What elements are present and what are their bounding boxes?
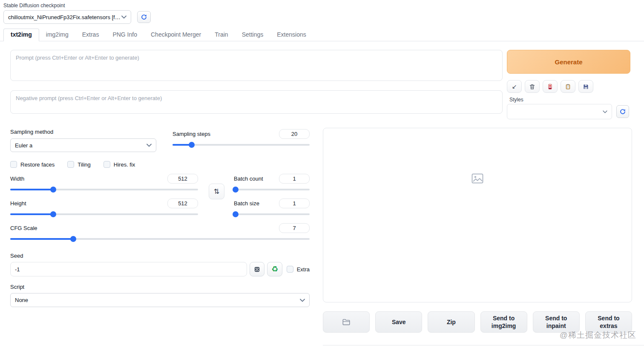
tab-extensions[interactable]: Extensions (270, 29, 313, 41)
apply-styles-button[interactable] (561, 80, 575, 93)
zip-button[interactable]: Zip (428, 311, 474, 333)
styles-dropdown[interactable] (507, 104, 612, 119)
checkpoint-label: Stable Diffusion checkpoint (3, 3, 151, 9)
save-style-button[interactable] (578, 80, 593, 93)
slider-thumb[interactable] (189, 142, 195, 148)
checkbox-box[interactable] (10, 161, 17, 168)
refresh-styles-button[interactable] (616, 105, 629, 118)
restore-faces-checkbox[interactable]: Restore faces (10, 161, 55, 168)
refresh-checkpoints-button[interactable] (137, 11, 151, 23)
arrow-down-left-icon: ↙ (512, 83, 517, 90)
height-input[interactable] (167, 198, 198, 208)
tab-png-info[interactable]: PNG Info (106, 29, 144, 41)
tab-checkpoint-merger[interactable]: Checkpoint Merger (144, 29, 208, 41)
chevron-down-icon (603, 110, 607, 113)
batch-size-input[interactable] (279, 198, 310, 208)
refresh-icon (619, 108, 626, 115)
height-slider[interactable] (10, 211, 198, 217)
sampling-steps-slider[interactable] (172, 142, 310, 148)
up-down-arrows-icon: ⇅ (214, 187, 219, 196)
batch-count-slider[interactable] (234, 187, 310, 193)
checkpoint-dropdown[interactable]: chilloutmix_NiPrunedFp32Fix.safetensors … (3, 10, 131, 24)
seed-label: Seed (10, 253, 23, 259)
restore-faces-label: Restore faces (20, 161, 55, 168)
clear-prompt-button[interactable] (525, 80, 540, 93)
width-input[interactable] (167, 174, 198, 184)
slider-track (234, 213, 310, 215)
checkbox-box[interactable] (104, 161, 110, 168)
sampling-steps-label: Sampling steps (172, 131, 210, 137)
prompt-input[interactable] (10, 50, 503, 81)
slider-thumb[interactable] (70, 236, 76, 242)
tab-img2img[interactable]: img2img (39, 29, 75, 41)
batch-count-label: Batch count (234, 175, 263, 182)
random-seed-button[interactable] (250, 262, 264, 276)
cfg-scale-slider[interactable] (10, 236, 310, 242)
sampling-method-label: Sampling method (10, 129, 156, 135)
prompt-tools-row: ↙ (507, 80, 630, 93)
recycle-icon: ♻ (271, 265, 278, 273)
checkbox-box[interactable] (287, 266, 293, 273)
tab-txt2img[interactable]: txt2img (3, 29, 39, 41)
checkpoint-area: Stable Diffusion checkpoint chilloutmix_… (3, 3, 151, 24)
dice-icon (253, 266, 261, 273)
hires-fix-label: Hires. fix (114, 161, 135, 168)
negative-prompt-input[interactable] (10, 90, 503, 114)
watermark: @稀土掘金技术社区 (560, 330, 636, 341)
slider-fill (10, 213, 53, 215)
chevron-down-icon (300, 299, 305, 302)
send-to-img2img-button[interactable]: Send to img2img (480, 311, 527, 333)
batch-size-label: Batch size (234, 200, 259, 207)
tab-settings[interactable]: Settings (235, 29, 270, 41)
extra-seed-checkbox[interactable]: Extra (287, 266, 310, 273)
output-panel: Save Zip Send to img2img Send to inpaint… (323, 128, 632, 333)
flower-card-icon (547, 83, 553, 90)
save-button[interactable]: Save (375, 311, 422, 333)
trash-icon (529, 83, 535, 90)
checkpoint-value: chilloutmix_NiPrunedFp32Fix.safetensors … (8, 14, 121, 20)
hires-fix-checkbox[interactable]: Hires. fix (104, 161, 135, 168)
checkbox-box[interactable] (67, 161, 74, 168)
extra-seed-label: Extra (297, 266, 310, 273)
sampling-method-dropdown[interactable]: Euler a (10, 138, 156, 152)
clipboard-icon (565, 83, 571, 90)
tab-extras[interactable]: Extras (75, 29, 106, 41)
folder-icon (342, 318, 351, 326)
image-placeholder-icon (472, 173, 483, 185)
floppy-disk-icon (583, 83, 589, 90)
slider-fill (10, 238, 73, 240)
chevron-down-icon (121, 15, 126, 19)
script-dropdown[interactable]: None (10, 293, 310, 307)
slider-track (234, 189, 310, 190)
generate-button[interactable]: Generate (507, 50, 630, 74)
batch-count-input[interactable] (279, 174, 310, 184)
slider-fill (10, 189, 53, 190)
batch-size-slider[interactable] (234, 211, 310, 217)
open-folder-button[interactable] (323, 311, 370, 333)
cfg-scale-input[interactable] (279, 223, 310, 233)
swap-width-height-button[interactable]: ⇅ (209, 184, 224, 199)
sampling-steps-input[interactable] (279, 129, 310, 139)
script-label: Script (10, 284, 24, 290)
txt2img-settings: Sampling method Euler a Sampling steps (10, 129, 310, 307)
paste-generation-params-button[interactable]: ↙ (507, 80, 522, 93)
tab-bar: txt2img img2img Extras PNG Info Checkpoi… (0, 29, 644, 41)
stable-diffusion-webui: Stable Diffusion checkpoint chilloutmix_… (0, 0, 644, 348)
seed-input[interactable] (10, 262, 247, 276)
width-slider[interactable] (10, 187, 198, 193)
extra-networks-button[interactable] (543, 80, 558, 93)
bottom-divider (323, 345, 644, 345)
reuse-seed-button[interactable]: ♻ (267, 262, 282, 276)
styles-label: Styles (507, 97, 630, 103)
slider-thumb[interactable] (233, 211, 239, 217)
slider-thumb[interactable] (50, 211, 56, 217)
chevron-down-icon (147, 144, 152, 147)
height-label: Height (10, 200, 26, 207)
cfg-scale-label: CFG Scale (10, 225, 37, 231)
tiling-label: Tiling (78, 161, 91, 168)
slider-thumb[interactable] (50, 187, 56, 193)
tiling-checkbox[interactable]: Tiling (67, 161, 91, 168)
output-image-area[interactable] (323, 128, 632, 302)
slider-thumb[interactable] (233, 187, 239, 193)
tab-train[interactable]: Train (208, 29, 235, 41)
